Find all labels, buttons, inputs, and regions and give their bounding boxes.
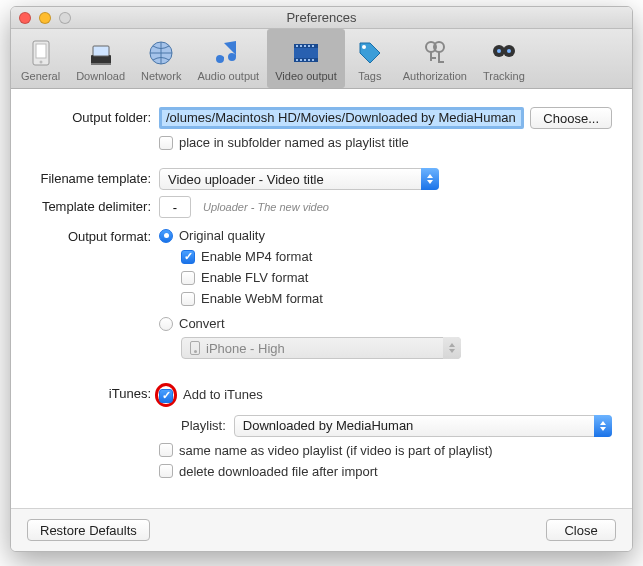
radio-label: Convert xyxy=(179,316,225,331)
convert-radio[interactable]: Convert xyxy=(159,316,612,331)
output-folder-label: Output folder: xyxy=(31,107,159,125)
restore-defaults-button[interactable]: Restore Defaults xyxy=(27,519,150,541)
tab-authorization[interactable]: Authorization xyxy=(395,29,475,88)
output-folder-field[interactable]: /olumes/Macintosh HD/Movies/Downloaded b… xyxy=(159,107,524,129)
svg-point-31 xyxy=(507,49,511,53)
enable-flv-checkbox[interactable]: Enable FLV format xyxy=(181,270,612,285)
video-output-icon xyxy=(290,37,322,69)
svg-rect-22 xyxy=(430,51,432,61)
checkbox-box xyxy=(181,292,195,306)
playlist-label: Playlist: xyxy=(181,418,226,433)
radio-dot xyxy=(159,229,173,243)
filename-template-select[interactable]: Video uploader - Video title xyxy=(159,168,439,190)
audio-output-icon xyxy=(212,37,244,69)
svg-rect-1 xyxy=(36,44,46,58)
svg-rect-25 xyxy=(438,51,440,61)
tab-label: Authorization xyxy=(403,70,467,82)
svg-rect-18 xyxy=(308,59,310,61)
place-subfolder-checkbox[interactable]: place in subfolder named as playlist tit… xyxy=(159,135,612,150)
window-title: Preferences xyxy=(11,10,632,25)
checkbox-label: Enable WebM format xyxy=(201,291,323,306)
tab-label: Audio output xyxy=(197,70,259,82)
svg-rect-26 xyxy=(438,61,444,63)
convert-preset-select: iPhone - High xyxy=(181,337,461,359)
phone-icon xyxy=(190,341,200,355)
tab-label: Tracking xyxy=(483,70,525,82)
checkbox-label: Enable MP4 format xyxy=(201,249,312,264)
tab-label: Video output xyxy=(275,70,337,82)
add-to-itunes-checkbox[interactable]: Add to iTunes xyxy=(159,383,612,407)
svg-rect-14 xyxy=(312,45,314,47)
svg-rect-15 xyxy=(296,59,298,61)
footer: Restore Defaults Close xyxy=(11,508,632,551)
select-arrows-icon xyxy=(443,337,461,359)
svg-rect-16 xyxy=(300,59,302,61)
svg-rect-5 xyxy=(91,63,111,65)
same-name-checkbox[interactable]: same name as video playlist (if video is… xyxy=(159,443,612,458)
close-button[interactable]: Close xyxy=(546,519,616,541)
svg-rect-11 xyxy=(300,45,302,47)
itunes-label: iTunes: xyxy=(31,383,159,401)
tab-label: Network xyxy=(141,70,181,82)
select-arrows-icon xyxy=(421,168,439,190)
template-delimiter-label: Template delimiter: xyxy=(31,196,159,214)
checkbox-label: same name as video playlist (if video is… xyxy=(179,443,493,458)
checkbox-label: place in subfolder named as playlist tit… xyxy=(179,135,409,150)
content-area: Output folder: /olumes/Macintosh HD/Movi… xyxy=(11,89,632,508)
titlebar: Preferences xyxy=(11,7,632,29)
enable-webm-checkbox[interactable]: Enable WebM format xyxy=(181,291,612,306)
tab-general[interactable]: General xyxy=(13,29,68,88)
select-value: Video uploader - Video title xyxy=(168,172,324,187)
checkbox-box xyxy=(159,389,173,403)
authorization-icon xyxy=(419,37,451,69)
enable-mp4-checkbox[interactable]: Enable MP4 format xyxy=(181,249,612,264)
tab-download[interactable]: Download xyxy=(68,29,133,88)
svg-rect-23 xyxy=(430,57,436,59)
tab-tracking[interactable]: Tracking xyxy=(475,29,533,88)
checkbox-label: Enable FLV format xyxy=(201,270,308,285)
radio-label: Original quality xyxy=(179,228,265,243)
tab-label: General xyxy=(21,70,60,82)
choose-folder-button[interactable]: Choose... xyxy=(530,107,612,129)
tags-icon xyxy=(354,37,386,69)
general-icon xyxy=(25,37,57,69)
tab-network[interactable]: Network xyxy=(133,29,189,88)
svg-rect-13 xyxy=(308,45,310,47)
template-delimiter-field[interactable] xyxy=(159,196,191,218)
delete-after-import-checkbox[interactable]: delete downloaded file after import xyxy=(159,464,612,479)
output-format-label: Output format: xyxy=(31,226,159,244)
preferences-toolbar: General Download Network Audio output Vi xyxy=(11,29,632,89)
template-delimiter-hint: Uploader - The new video xyxy=(203,201,329,213)
playlist-select[interactable]: Downloaded by MediaHuman xyxy=(234,415,612,437)
filename-template-label: Filename template: xyxy=(31,168,159,186)
checkbox-box xyxy=(159,464,173,478)
tab-audio-output[interactable]: Audio output xyxy=(189,29,267,88)
select-value: iPhone - High xyxy=(206,341,285,356)
tab-video-output[interactable]: Video output xyxy=(267,29,345,88)
svg-rect-12 xyxy=(304,45,306,47)
download-icon xyxy=(85,37,117,69)
svg-point-2 xyxy=(39,61,42,64)
checkbox-box xyxy=(159,443,173,457)
checkbox-label: delete downloaded file after import xyxy=(179,464,378,479)
svg-rect-4 xyxy=(93,46,109,56)
svg-point-30 xyxy=(497,49,501,53)
tab-label: Tags xyxy=(358,70,381,82)
checkbox-box xyxy=(159,136,173,150)
tracking-icon xyxy=(488,37,520,69)
radio-dot xyxy=(159,317,173,331)
preferences-window: Preferences General Download Network xyxy=(10,6,633,552)
svg-rect-10 xyxy=(296,45,298,47)
svg-point-20 xyxy=(362,45,366,49)
tab-tags[interactable]: Tags xyxy=(345,29,395,88)
checkbox-box xyxy=(181,250,195,264)
tab-label: Download xyxy=(76,70,125,82)
svg-rect-17 xyxy=(304,59,306,61)
highlight-ring xyxy=(155,383,177,407)
checkbox-label: Add to iTunes xyxy=(183,387,263,402)
checkbox-box xyxy=(181,271,195,285)
svg-rect-29 xyxy=(502,49,506,52)
select-value: Downloaded by MediaHuman xyxy=(243,418,414,433)
select-arrows-icon xyxy=(594,415,612,437)
original-quality-radio[interactable]: Original quality xyxy=(159,228,612,243)
